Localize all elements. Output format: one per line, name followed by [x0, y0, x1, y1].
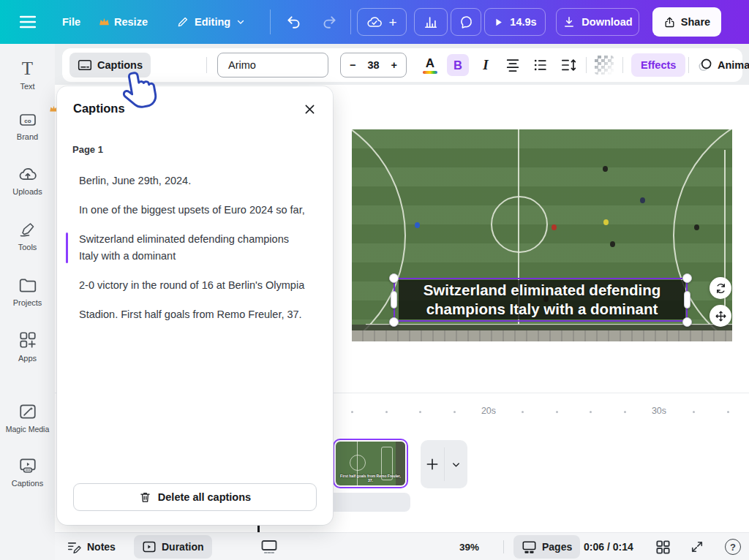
- notes-icon: [67, 540, 82, 554]
- help-button[interactable]: ?: [725, 539, 741, 555]
- pages-icon: [522, 540, 537, 554]
- sidebar-item-apps[interactable]: Apps: [0, 330, 55, 363]
- captions-panel: Captions Page 1 Berlin, June 29th, 2024.…: [57, 86, 333, 525]
- caption-item[interactable]: Berlin, June 29th, 2024.: [57, 173, 307, 189]
- rainbow-color-bar: [423, 71, 437, 74]
- add-icon[interactable]: +: [388, 15, 396, 29]
- play-icon: [493, 17, 504, 28]
- toolbar-strip: Captions Arimo − 38 + A B I: [55, 44, 749, 85]
- divider: [350, 10, 351, 34]
- duration-button[interactable]: Duration: [134, 535, 212, 559]
- font-size-decrease[interactable]: −: [350, 59, 355, 71]
- fullscreen-icon[interactable]: [690, 533, 704, 560]
- line-spacing-icon[interactable]: [558, 55, 579, 75]
- font-size-increase[interactable]: +: [391, 59, 397, 71]
- hamburger-menu-icon[interactable]: [20, 15, 36, 29]
- download-icon: [562, 15, 576, 29]
- text-icon: T: [22, 60, 33, 77]
- bullet-list-icon[interactable]: [530, 55, 551, 75]
- caption-item[interactable]: Stadion. First half goals from Remo Freu…: [57, 306, 307, 323]
- zoom-percent[interactable]: 39%: [459, 533, 479, 560]
- panel-title: Captions: [73, 102, 125, 116]
- svg-text:co: co: [24, 118, 31, 124]
- grid-view-icon[interactable]: [655, 533, 671, 560]
- caption-item[interactable]: In one of the biggest upsets of Euro 202…: [57, 202, 307, 219]
- divider: [622, 57, 623, 73]
- hand-cursor: [119, 67, 161, 113]
- thumbnail-caption: First half goals from Remo Freuler, 37.: [336, 474, 405, 483]
- brand-icon: co: [18, 110, 37, 128]
- divider: [270, 10, 271, 34]
- view-mode-icon[interactable]: [260, 533, 278, 560]
- apps-icon: [18, 330, 37, 349]
- undo-icon[interactable]: [286, 14, 303, 31]
- sidebar-item-tools[interactable]: Tools: [0, 221, 55, 251]
- video-preview[interactable]: Switzerland eliminated defending champio…: [352, 129, 732, 341]
- player-dot: [640, 197, 645, 203]
- selection-handle-ne[interactable]: [682, 273, 692, 283]
- footer-bar: Notes Duration 39% Pages 0:06 / 0:14 ?: [55, 532, 749, 560]
- sidebar-item-magic-media[interactable]: Magic Media: [0, 403, 55, 434]
- selection-handle-e[interactable]: [684, 291, 690, 309]
- timeline-clip-thumbnail[interactable]: First half goals from Remo Freuler, 37.: [333, 439, 408, 488]
- bold-button[interactable]: B: [447, 54, 469, 76]
- page-options-chevron[interactable]: [444, 440, 467, 488]
- pages-button[interactable]: Pages: [513, 535, 580, 559]
- delete-all-captions-button[interactable]: Delete all captions: [73, 483, 317, 511]
- cloud-check-icon[interactable]: [366, 15, 383, 29]
- sidebar-item-projects[interactable]: Projects: [0, 276, 55, 307]
- chart-icon[interactable]: [414, 8, 448, 36]
- text-color-button[interactable]: A: [420, 55, 440, 75]
- divider: [688, 57, 689, 73]
- sidebar-item-captions[interactable]: Captions: [0, 457, 55, 488]
- player-dot: [603, 166, 608, 172]
- resize-menu[interactable]: Resize: [99, 0, 148, 44]
- font-size-stepper[interactable]: − 38 +: [340, 53, 407, 77]
- animate-button[interactable]: Animate: [697, 53, 749, 77]
- selection-handle-sw[interactable]: [389, 317, 399, 327]
- close-icon[interactable]: [301, 100, 318, 118]
- sidebar: T Text co Brand Uploads Tools Projects A…: [0, 44, 55, 560]
- comment-icon[interactable]: [451, 8, 481, 36]
- font-family-select[interactable]: Arimo: [217, 53, 328, 77]
- selection-box[interactable]: [394, 278, 688, 322]
- sidebar-item-brand[interactable]: co Brand: [0, 110, 55, 141]
- transparency-icon[interactable]: [594, 55, 614, 75]
- crown-icon: [99, 18, 110, 26]
- download-button[interactable]: Download: [556, 8, 639, 36]
- italic-button[interactable]: I: [475, 55, 496, 75]
- text-align-icon[interactable]: [503, 55, 523, 75]
- file-menu[interactable]: File: [62, 0, 80, 44]
- rotate-button[interactable]: [710, 277, 731, 299]
- player-dot: [552, 224, 557, 230]
- text-toolbar: Captions Arimo − 38 + A B I: [62, 48, 742, 82]
- font-size-value[interactable]: 38: [367, 59, 379, 71]
- caption-track[interactable]: [324, 493, 410, 512]
- effects-button[interactable]: Effects: [631, 53, 685, 77]
- caption-item-active[interactable]: Switzerland eliminated defending champio…: [57, 231, 307, 265]
- selection-handle-se[interactable]: [682, 317, 692, 327]
- uploads-icon: [18, 165, 37, 183]
- selection-handle-w[interactable]: [391, 291, 397, 309]
- sidebar-item-uploads[interactable]: Uploads: [0, 165, 55, 196]
- notes-button[interactable]: Notes: [67, 533, 116, 560]
- divider: [503, 540, 504, 553]
- player-dot: [415, 222, 420, 228]
- divider: [586, 57, 587, 73]
- player-dot: [603, 219, 609, 225]
- redo-icon[interactable]: [320, 14, 337, 31]
- add-page-button[interactable]: [421, 440, 444, 488]
- time-display: 0:06 / 0:14: [584, 533, 633, 560]
- play-preview-button[interactable]: 14.9s: [484, 8, 546, 36]
- editing-mode-menu[interactable]: Editing: [176, 0, 246, 44]
- caption-item[interactable]: 2-0 victory in the round of 16 at Berlin…: [57, 277, 307, 294]
- sidebar-item-text[interactable]: T Text: [0, 60, 55, 91]
- selection-handle-nw[interactable]: [389, 273, 399, 283]
- share-button[interactable]: Share: [652, 7, 721, 37]
- ruler-label-20s: 20s: [475, 406, 502, 416]
- field-center-circle: [491, 196, 548, 253]
- duration-icon: [142, 540, 157, 553]
- move-button[interactable]: [710, 305, 731, 327]
- player-dot: [694, 224, 699, 230]
- player-dot: [610, 241, 615, 247]
